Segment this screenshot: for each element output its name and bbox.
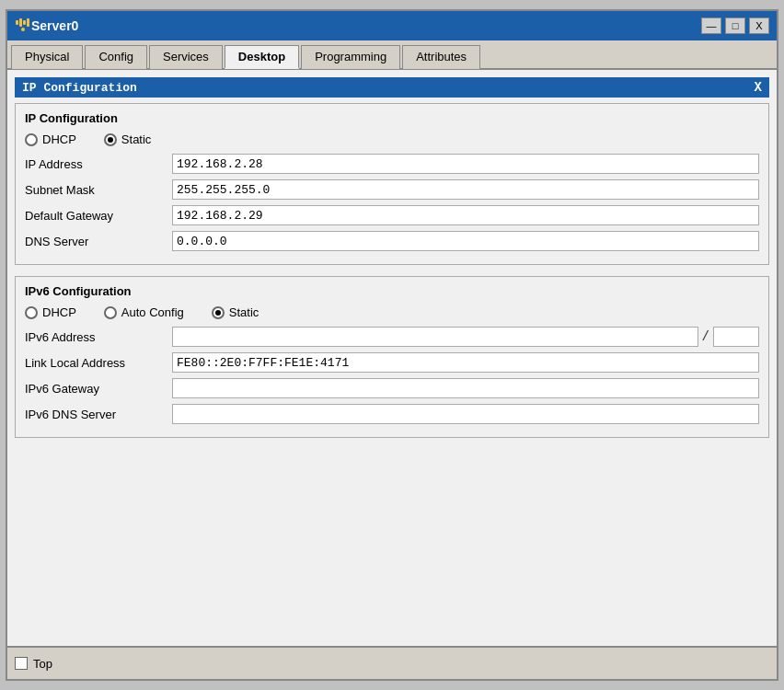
ip-address-label: IP Address [25, 157, 172, 171]
link-local-label: Link Local Address [25, 356, 172, 370]
title-bar: Server0 — □ X [7, 11, 777, 40]
bottom-bar: Top [7, 646, 777, 679]
top-checkbox[interactable] [15, 657, 28, 670]
ipv6-dhcp-label: DHCP [42, 305, 76, 319]
top-label: Top [33, 657, 52, 671]
ipv6-static-label: Static [229, 305, 259, 319]
ipv6-dhcp-radio[interactable] [25, 306, 38, 319]
window-controls: — □ X [701, 17, 769, 34]
ipv6-gateway-label: IPv6 Gateway [25, 382, 172, 396]
subnet-mask-label: Subnet Mask [25, 183, 172, 197]
ipv6-auto-config-option[interactable]: Auto Config [104, 305, 184, 319]
ipv6-gateway-input[interactable] [172, 378, 759, 398]
ipv4-dhcp-label: DHCP [42, 132, 76, 146]
tab-physical[interactable]: Physical [11, 45, 83, 69]
ipv4-section-label: IP Configuration [25, 111, 759, 125]
ip-address-row: IP Address [25, 154, 759, 174]
ipv4-section: IP Configuration DHCP Static IP Address [15, 103, 769, 265]
dns-server-row: DNS Server [25, 231, 759, 251]
ipv4-static-option[interactable]: Static [104, 132, 152, 146]
ipv6-dns-input[interactable] [172, 404, 759, 424]
dns-server-input[interactable] [172, 231, 759, 251]
ipv6-static-option[interactable]: Static [212, 305, 259, 319]
ipv6-auto-config-radio[interactable] [104, 306, 117, 319]
default-gateway-label: Default Gateway [25, 209, 172, 223]
ipv4-static-radio[interactable] [104, 133, 117, 146]
svg-rect-3 [27, 18, 29, 27]
tab-bar: Physical Config Services Desktop Program… [7, 40, 777, 70]
close-button[interactable]: X [749, 17, 769, 34]
ipv4-dhcp-radio[interactable] [25, 133, 38, 146]
ipv6-section: IPv6 Configuration DHCP Auto Config Stat… [15, 276, 769, 438]
ipv6-prefix-input[interactable] [713, 327, 759, 347]
tab-config[interactable]: Config [85, 45, 147, 69]
ipv6-static-radio[interactable] [212, 306, 225, 319]
default-gateway-row: Default Gateway [25, 205, 759, 225]
ipv6-slash: / [702, 329, 709, 344]
maximize-button[interactable]: □ [725, 17, 745, 34]
ipv6-radio-row: DHCP Auto Config Static [25, 305, 759, 319]
ipv6-dhcp-option[interactable]: DHCP [25, 305, 76, 319]
tab-services[interactable]: Services [149, 45, 223, 69]
content-area: IP Configuration X IP Configuration DHCP… [7, 70, 777, 646]
ipv6-address-input[interactable] [172, 327, 698, 347]
ipv6-dns-row: IPv6 DNS Server [25, 404, 759, 424]
svg-rect-0 [16, 20, 18, 25]
subnet-mask-row: Subnet Mask [25, 179, 759, 200]
app-icon [15, 17, 31, 34]
ip-config-header-title: IP Configuration [22, 81, 137, 95]
ipv6-address-row: IPv6 Address / [25, 327, 759, 347]
ipv6-dns-label: IPv6 DNS Server [25, 408, 172, 421]
main-window: Server0 — □ X Physical Config Services D… [6, 9, 778, 681]
ip-config-header-bar: IP Configuration X [15, 77, 769, 98]
minimize-button[interactable]: — [701, 17, 721, 34]
link-local-row: Link Local Address [25, 352, 759, 373]
svg-point-4 [21, 28, 25, 31]
ipv6-address-input-group: / [172, 327, 759, 347]
ip-address-input[interactable] [172, 154, 759, 174]
ipv4-dhcp-option[interactable]: DHCP [25, 132, 76, 146]
ipv4-radio-row: DHCP Static [25, 132, 759, 146]
tab-desktop[interactable]: Desktop [225, 45, 299, 69]
ipv4-static-label: Static [121, 132, 152, 146]
tab-attributes[interactable]: Attributes [402, 45, 480, 69]
svg-rect-2 [23, 20, 26, 25]
subnet-mask-input[interactable] [172, 179, 759, 200]
ipv6-section-label: IPv6 Configuration [25, 284, 759, 298]
dns-server-label: DNS Server [25, 235, 172, 248]
ip-config-close-button[interactable]: X [755, 80, 762, 95]
ipv6-auto-config-label: Auto Config [121, 305, 184, 319]
svg-rect-1 [19, 18, 22, 27]
link-local-input[interactable] [172, 352, 759, 373]
tab-programming[interactable]: Programming [301, 45, 400, 69]
ipv6-address-label: IPv6 Address [25, 330, 172, 344]
window-title: Server0 [31, 18, 701, 33]
default-gateway-input[interactable] [172, 205, 759, 225]
ipv6-gateway-row: IPv6 Gateway [25, 378, 759, 398]
